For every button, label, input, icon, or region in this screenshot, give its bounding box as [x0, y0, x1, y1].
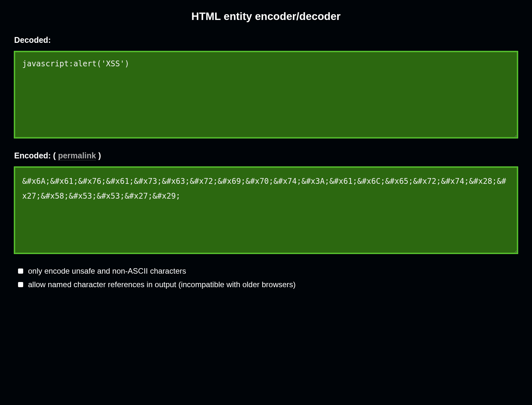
encoded-label-suffix: ): [98, 151, 101, 160]
encoded-label-prefix: Encoded: (: [14, 151, 56, 160]
encoded-section: Encoded: ( permalink ): [14, 151, 518, 255]
option-row-unsafe: only encode unsafe and non-ASCII charact…: [17, 267, 518, 276]
option-row-named: allow named character references in outp…: [17, 280, 518, 289]
checkbox-named-refs[interactable]: [18, 282, 23, 287]
decoded-label: Decoded:: [14, 35, 518, 45]
checkbox-unsafe-only-label[interactable]: only encode unsafe and non-ASCII charact…: [28, 267, 186, 276]
encoded-textarea[interactable]: [14, 167, 518, 254]
permalink-link[interactable]: permalink: [58, 151, 96, 160]
page-title: HTML entity encoder/decoder: [14, 10, 518, 23]
decoded-textarea[interactable]: [14, 51, 518, 138]
encoded-label: Encoded: ( permalink ): [14, 151, 518, 160]
checkbox-named-refs-label[interactable]: allow named character references in outp…: [28, 280, 296, 289]
checkbox-unsafe-only[interactable]: [18, 268, 23, 274]
decoded-section: Decoded:: [14, 35, 518, 139]
